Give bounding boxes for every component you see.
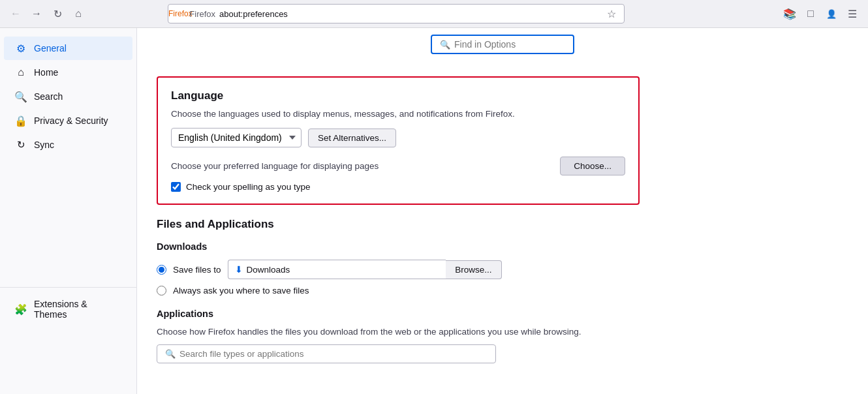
language-section: Language Choose the languages used to di… [157, 76, 640, 205]
applications-title: Applications [157, 309, 640, 319]
sidebar-item-general[interactable]: ⚙ General [4, 37, 132, 60]
always-ask-radio[interactable] [157, 286, 166, 296]
toolbar-right: 📚 □ 👤 ☰ [781, 5, 861, 23]
always-ask-row: Always ask you where to save files [157, 286, 640, 296]
applications-search-input[interactable] [179, 349, 488, 359]
sidebar-item-privacy-label: Privacy & Security [34, 115, 108, 126]
sidebar-item-general-label: General [34, 43, 67, 53]
search-icon: 🔍 [14, 90, 27, 103]
sidebar-item-sync[interactable]: ↻ Sync [4, 133, 132, 157]
home-button[interactable]: ⌂ [69, 5, 87, 23]
language-description: Choose the languages used to display men… [171, 109, 625, 119]
find-search-icon: 🔍 [440, 40, 450, 50]
browser-name-label: Firefox [189, 9, 215, 19]
save-files-label[interactable]: Save files to [173, 265, 221, 275]
downloads-folder-icon: ⬇ [235, 264, 243, 275]
sidebar-item-sync-label: Sync [34, 140, 54, 150]
always-ask-label[interactable]: Always ask you where to save files [173, 286, 309, 296]
set-alternatives-button[interactable]: Set Alternatives... [308, 129, 396, 147]
browser-favicon: Firefox [175, 8, 185, 19]
files-section: Files and Applications Downloads Save fi… [157, 218, 640, 363]
sidebar-item-search-label: Search [34, 91, 63, 102]
find-bar-wrapper: 🔍 [137, 28, 868, 57]
extensions-icon: 🧩 [14, 303, 27, 316]
browse-button[interactable]: Browse... [446, 260, 501, 279]
applications-description: Choose how Firefox handles the files you… [157, 327, 640, 337]
back-button[interactable]: ← [7, 5, 25, 23]
nav-buttons: ← → ↻ ⌂ [7, 5, 87, 23]
language-select[interactable]: English (United Kingdom) English (United… [171, 128, 302, 147]
sidebar-item-search[interactable]: 🔍 Search [4, 85, 132, 108]
files-title: Files and Applications [157, 218, 640, 231]
find-bar: 🔍 [431, 35, 574, 54]
address-bar: Firefox Firefox ☆ [168, 4, 625, 23]
browser-chrome: ← → ↻ ⌂ Firefox Firefox ☆ 📚 □ 👤 ☰ [0, 0, 868, 28]
account-button[interactable]: 👤 [822, 5, 841, 23]
lock-icon: 🔒 [14, 114, 27, 127]
home-icon: ⌂ [14, 66, 27, 79]
downloads-path-input: ⬇ Downloads [228, 260, 446, 279]
choose-language-button[interactable]: Choose... [560, 157, 625, 175]
content-inner: Language Choose the languages used to di… [137, 57, 659, 376]
gear-icon: ⚙ [14, 42, 27, 55]
spelling-checkbox[interactable] [171, 182, 181, 192]
sidebar-item-privacy[interactable]: 🔒 Privacy & Security [4, 109, 132, 132]
sidebar-item-extensions[interactable]: 🧩 Extensions & Themes [4, 294, 132, 325]
sidebar-item-home-label: Home [34, 67, 58, 78]
language-title: Language [171, 89, 625, 102]
synced-tabs-button[interactable]: □ [801, 5, 820, 23]
sync-icon: ↻ [14, 138, 27, 151]
applications-search-bar: 🔍 [157, 344, 496, 363]
content-area: 🔍 Language Choose the languages used to … [137, 28, 868, 394]
downloads-folder-label: Downloads [247, 265, 290, 275]
spelling-checkbox-row: Check your spelling as you type [171, 182, 625, 192]
save-files-row: Save files to ⬇ Downloads Browse... [157, 260, 640, 279]
save-files-radio[interactable] [157, 265, 166, 275]
main-layout: ⚙ General ⌂ Home 🔍 Search 🔒 Privacy & Se… [0, 28, 868, 394]
bookmark-button[interactable]: ☆ [606, 7, 617, 22]
url-input[interactable] [219, 9, 602, 19]
preferred-language-row: Choose your preferred language for displ… [171, 157, 625, 175]
refresh-button[interactable]: ↻ [48, 5, 67, 23]
library-button[interactable]: 📚 [781, 5, 799, 23]
downloads-subtitle: Downloads [157, 241, 640, 252]
spelling-label[interactable]: Check your spelling as you type [186, 182, 311, 192]
applications-search-icon: 🔍 [165, 349, 176, 359]
language-row: English (United Kingdom) English (United… [171, 128, 625, 147]
forward-button[interactable]: → [27, 5, 46, 23]
sidebar-item-extensions-label: Extensions & Themes [34, 299, 122, 320]
downloads-radio-group: Save files to ⬇ Downloads Browse... Alw [157, 260, 640, 296]
sidebar-item-home[interactable]: ⌂ Home [4, 61, 132, 84]
preferred-language-label: Choose your preferred language for displ… [171, 161, 379, 171]
find-in-options-input[interactable] [454, 39, 565, 50]
menu-button[interactable]: ☰ [843, 5, 861, 23]
applications-section: Applications Choose how Firefox handles … [157, 309, 640, 363]
downloads-path: ⬇ Downloads Browse... [228, 260, 502, 279]
sidebar: ⚙ General ⌂ Home 🔍 Search 🔒 Privacy & Se… [0, 28, 137, 394]
